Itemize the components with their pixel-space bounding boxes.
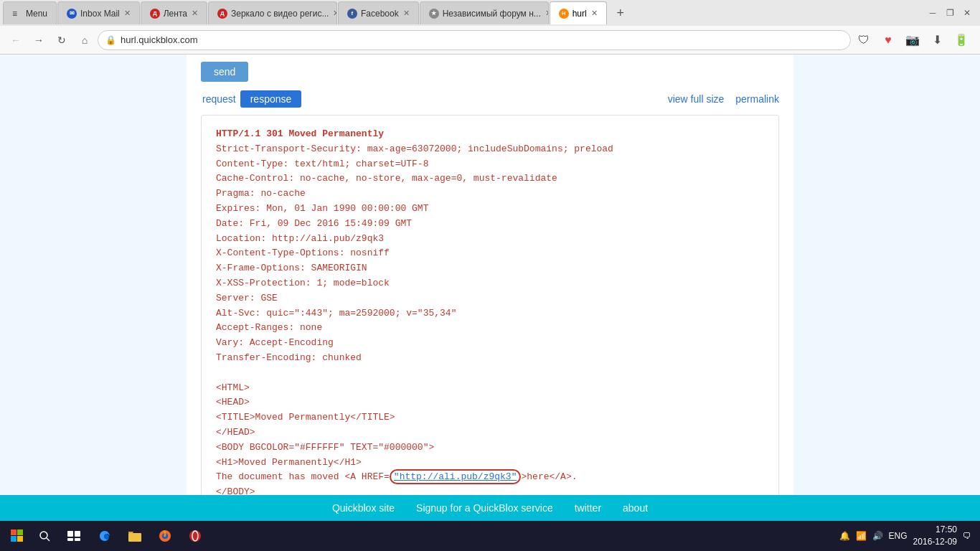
hurl-favicon: H (559, 9, 569, 19)
tab-facebook[interactable]: f Facebook ✕ (338, 1, 419, 24)
search-icon (39, 530, 50, 542)
response-line-16: Transfer-Encoding: chunked (216, 351, 764, 366)
taskbar-edge[interactable] (90, 523, 119, 549)
response-line-10: X-Frame-Options: SAMEORIGIN (216, 261, 764, 276)
taskbar-explorer[interactable] (121, 523, 149, 549)
forum-favicon: ★ (429, 9, 439, 19)
start-button[interactable] (3, 523, 32, 549)
tab-zerkalo-close[interactable]: ✕ (333, 9, 337, 18)
tab-lenta-close[interactable]: ✕ (192, 9, 198, 18)
tab-hurl-close[interactable]: ✕ (591, 9, 598, 18)
response-tab[interactable]: response (240, 90, 302, 108)
tab-controls: ─ ❐ ✕ (925, 6, 980, 20)
taskbar-search-button[interactable] (32, 523, 57, 549)
back-button[interactable]: ← (6, 30, 26, 50)
tab-facebook-close[interactable]: ✕ (403, 9, 410, 18)
tab-lenta[interactable]: Д Лента ✕ (141, 1, 207, 24)
tab-forum-label: Независимый форум н... (443, 9, 541, 19)
svg-rect-0 (11, 529, 17, 535)
notification-icon[interactable]: 🔔 (839, 531, 850, 541)
forward-button[interactable]: → (29, 30, 49, 50)
tab-zerkalo-label: Зеркало с видео регис... (231, 9, 329, 19)
tab-menu-label: Menu (26, 9, 47, 19)
address-input[interactable]: 🔒 hurl.quickblox.com (98, 30, 851, 50)
svg-rect-9 (75, 538, 80, 541)
taskbar-opera[interactable] (181, 523, 209, 549)
download-icon[interactable]: ⬇ (927, 30, 947, 50)
top-right-links: view full size permalink (668, 93, 779, 105)
home-button[interactable]: ⌂ (75, 30, 95, 50)
add-tab-button[interactable]: + (611, 3, 631, 23)
response-box: HTTP/1.1 301 Moved Permanently Strict-Tr… (201, 115, 779, 527)
battery-toolbar-icon[interactable]: 🔋 (951, 30, 971, 50)
address-text: hurl.quickblox.com (121, 34, 843, 45)
taskbar-date: 2016-12-09 (913, 536, 957, 548)
language-label: ENG (889, 531, 908, 541)
response-line-9: X-Content-Type-Options: nosniff (216, 246, 764, 261)
footer-quickblox-site[interactable]: Quickblox site (332, 502, 395, 514)
volume-icon[interactable]: 🔊 (872, 531, 883, 541)
snapshot-icon[interactable]: 📷 (903, 30, 923, 50)
send-button[interactable]: send (201, 62, 248, 82)
firefox-icon (159, 529, 171, 542)
tabs-row: request response view full size permalin… (201, 90, 779, 108)
tab-lenta-label: Лента (164, 9, 187, 19)
tab-inbox-close[interactable]: ✕ (124, 9, 131, 18)
inbox-favicon: ✉ (67, 9, 77, 19)
footer-signup[interactable]: Signup for a QuickBlox service (416, 502, 553, 514)
response-line-6: Expires: Mon, 01 Jan 1990 00:00:00 GMT (216, 202, 764, 217)
zerkalo-favicon: Д (217, 9, 227, 19)
send-row: send (201, 62, 779, 82)
footer: Quickblox site Signup for a QuickBlox se… (0, 495, 980, 521)
tab-zerkalo[interactable]: Д Зеркало с видео регис... ✕ (208, 1, 337, 24)
heart-icon[interactable]: ♥ (878, 30, 898, 50)
view-full-size-link-top[interactable]: view full size (668, 93, 725, 105)
taskbar: 🔔 📶 🔊 ENG 17:50 2016-12-09 🗨 (0, 521, 980, 551)
response-line-22: <H1>Moved Permanently</H1> (216, 456, 764, 471)
page-area: send request response view full size per… (187, 55, 793, 551)
explorer-icon (128, 530, 141, 542)
response-line-23: The document has moved <A HREF="http://a… (216, 470, 764, 485)
tab-bar: ≡ Menu ✉ Inbox Mail ✕ Д Лента ✕ Д Зеркал… (0, 0, 980, 26)
response-line-13: Alt-Svc: quic=":443"; ma=2592000; v="35,… (216, 306, 764, 321)
restore-button[interactable]: ❐ (943, 6, 957, 20)
taskbar-firefox[interactable] (151, 523, 179, 549)
minimize-button[interactable]: ─ (925, 6, 940, 20)
footer-twitter[interactable]: twitter (575, 502, 601, 514)
lock-icon: 🔒 (105, 35, 116, 45)
taskbar-right: 🔔 📶 🔊 ENG 17:50 2016-12-09 🗨 (839, 524, 977, 548)
tab-forum[interactable]: ★ Независимый форум н... ✕ (420, 1, 549, 24)
tab-hurl-label: hurl (573, 9, 587, 19)
opera-icon (189, 529, 202, 542)
response-line-5: Pragma: no-cache (216, 187, 764, 202)
response-line-12: Server: GSE (216, 291, 764, 306)
permalink-link-top[interactable]: permalink (735, 93, 779, 105)
svg-rect-3 (17, 536, 23, 542)
tab-hurl[interactable]: H hurl ✕ (550, 1, 607, 24)
tab-forum-close[interactable]: ✕ (545, 9, 549, 18)
footer-about[interactable]: about (623, 502, 648, 514)
response-line-8: Location: http://ali.pub/z9qk3 (216, 232, 764, 247)
shield-icon[interactable]: 🛡 (854, 30, 874, 50)
tab-inbox[interactable]: ✉ Inbox Mail ✕ (57, 1, 140, 24)
close-button[interactable]: ✕ (960, 6, 974, 20)
windows-logo-icon (11, 529, 24, 542)
taskbar-task-view[interactable] (60, 523, 89, 549)
edge-icon (98, 529, 111, 542)
response-line-15: Vary: Accept-Encoding (216, 336, 764, 351)
request-tab[interactable]: request (201, 90, 237, 108)
tab-menu[interactable]: ≡ Menu (3, 1, 57, 24)
response-line-20: </HEAD> (216, 425, 764, 441)
response-line-3: Content-Type: text/html; charset=UTF-8 (216, 157, 764, 172)
content-inner: send request response view full size per… (0, 55, 980, 551)
svg-rect-1 (17, 529, 23, 535)
redirect-url[interactable]: "http://ali.pub/z9qk3" (390, 469, 522, 484)
action-center-icon[interactable]: 🗨 (963, 531, 971, 541)
svg-rect-2 (11, 536, 17, 542)
menu-favicon: ≡ (12, 9, 22, 19)
reload-button[interactable]: ↻ (52, 30, 72, 50)
svg-line-5 (47, 538, 50, 541)
browser-chrome: ≡ Menu ✉ Inbox Mail ✕ Д Лента ✕ Д Зеркал… (0, 0, 980, 55)
svg-point-13 (189, 530, 201, 542)
response-line-4: Cache-Control: no-cache, no-store, max-a… (216, 171, 764, 187)
